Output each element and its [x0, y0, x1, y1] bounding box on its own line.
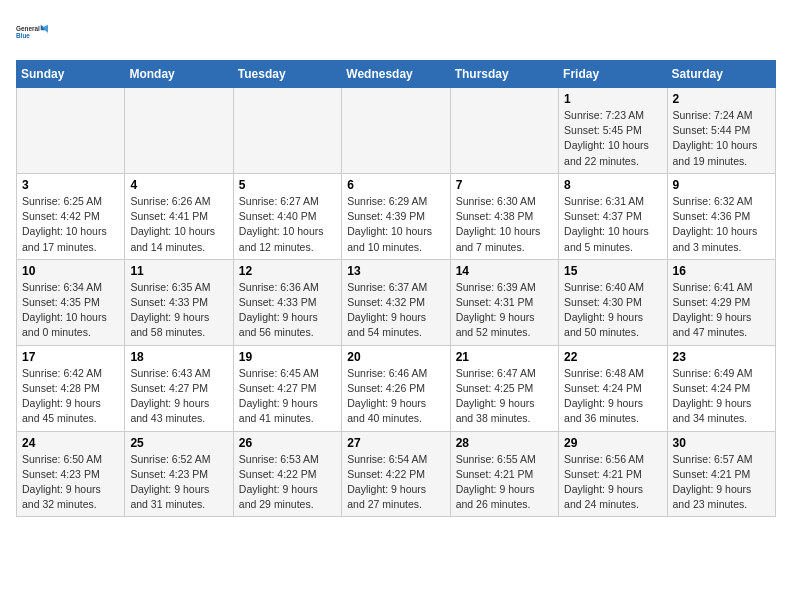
calendar-cell: 29Sunrise: 6:56 AM Sunset: 4:21 PM Dayli…	[559, 431, 667, 517]
day-info: Sunrise: 6:42 AM Sunset: 4:28 PM Dayligh…	[22, 366, 119, 427]
day-info: Sunrise: 6:30 AM Sunset: 4:38 PM Dayligh…	[456, 194, 553, 255]
calendar-cell: 6Sunrise: 6:29 AM Sunset: 4:39 PM Daylig…	[342, 173, 450, 259]
day-number: 25	[130, 436, 227, 450]
day-number: 1	[564, 92, 661, 106]
header-wednesday: Wednesday	[342, 61, 450, 88]
day-number: 20	[347, 350, 444, 364]
calendar-cell: 4Sunrise: 6:26 AM Sunset: 4:41 PM Daylig…	[125, 173, 233, 259]
day-info: Sunrise: 6:35 AM Sunset: 4:33 PM Dayligh…	[130, 280, 227, 341]
day-number: 19	[239, 350, 336, 364]
logo: GeneralBlue	[16, 16, 48, 48]
calendar-cell: 16Sunrise: 6:41 AM Sunset: 4:29 PM Dayli…	[667, 259, 775, 345]
day-info: Sunrise: 6:25 AM Sunset: 4:42 PM Dayligh…	[22, 194, 119, 255]
day-info: Sunrise: 6:56 AM Sunset: 4:21 PM Dayligh…	[564, 452, 661, 513]
day-number: 15	[564, 264, 661, 278]
calendar-cell: 15Sunrise: 6:40 AM Sunset: 4:30 PM Dayli…	[559, 259, 667, 345]
day-info: Sunrise: 6:39 AM Sunset: 4:31 PM Dayligh…	[456, 280, 553, 341]
day-number: 14	[456, 264, 553, 278]
day-number: 2	[673, 92, 770, 106]
calendar-cell: 12Sunrise: 6:36 AM Sunset: 4:33 PM Dayli…	[233, 259, 341, 345]
day-number: 12	[239, 264, 336, 278]
calendar-cell: 21Sunrise: 6:47 AM Sunset: 4:25 PM Dayli…	[450, 345, 558, 431]
day-number: 5	[239, 178, 336, 192]
day-number: 21	[456, 350, 553, 364]
week-row-3: 10Sunrise: 6:34 AM Sunset: 4:35 PM Dayli…	[17, 259, 776, 345]
day-info: Sunrise: 7:24 AM Sunset: 5:44 PM Dayligh…	[673, 108, 770, 169]
day-number: 13	[347, 264, 444, 278]
header-sunday: Sunday	[17, 61, 125, 88]
header-monday: Monday	[125, 61, 233, 88]
calendar-cell: 2Sunrise: 7:24 AM Sunset: 5:44 PM Daylig…	[667, 88, 775, 174]
svg-text:General: General	[16, 25, 40, 32]
day-info: Sunrise: 6:48 AM Sunset: 4:24 PM Dayligh…	[564, 366, 661, 427]
day-number: 6	[347, 178, 444, 192]
day-info: Sunrise: 6:45 AM Sunset: 4:27 PM Dayligh…	[239, 366, 336, 427]
header-row: SundayMondayTuesdayWednesdayThursdayFrid…	[17, 61, 776, 88]
calendar-cell: 23Sunrise: 6:49 AM Sunset: 4:24 PM Dayli…	[667, 345, 775, 431]
day-info: Sunrise: 6:50 AM Sunset: 4:23 PM Dayligh…	[22, 452, 119, 513]
calendar-cell	[17, 88, 125, 174]
day-number: 30	[673, 436, 770, 450]
calendar-body: 1Sunrise: 7:23 AM Sunset: 5:45 PM Daylig…	[17, 88, 776, 517]
calendar-cell: 13Sunrise: 6:37 AM Sunset: 4:32 PM Dayli…	[342, 259, 450, 345]
day-info: Sunrise: 6:47 AM Sunset: 4:25 PM Dayligh…	[456, 366, 553, 427]
calendar-cell: 3Sunrise: 6:25 AM Sunset: 4:42 PM Daylig…	[17, 173, 125, 259]
calendar-cell: 27Sunrise: 6:54 AM Sunset: 4:22 PM Dayli…	[342, 431, 450, 517]
calendar-cell: 26Sunrise: 6:53 AM Sunset: 4:22 PM Dayli…	[233, 431, 341, 517]
day-info: Sunrise: 6:29 AM Sunset: 4:39 PM Dayligh…	[347, 194, 444, 255]
calendar-cell: 5Sunrise: 6:27 AM Sunset: 4:40 PM Daylig…	[233, 173, 341, 259]
day-number: 4	[130, 178, 227, 192]
day-number: 23	[673, 350, 770, 364]
header-saturday: Saturday	[667, 61, 775, 88]
calendar-cell: 25Sunrise: 6:52 AM Sunset: 4:23 PM Dayli…	[125, 431, 233, 517]
day-info: Sunrise: 6:32 AM Sunset: 4:36 PM Dayligh…	[673, 194, 770, 255]
day-info: Sunrise: 6:53 AM Sunset: 4:22 PM Dayligh…	[239, 452, 336, 513]
day-number: 7	[456, 178, 553, 192]
day-info: Sunrise: 6:41 AM Sunset: 4:29 PM Dayligh…	[673, 280, 770, 341]
day-info: Sunrise: 6:49 AM Sunset: 4:24 PM Dayligh…	[673, 366, 770, 427]
calendar-cell: 28Sunrise: 6:55 AM Sunset: 4:21 PM Dayli…	[450, 431, 558, 517]
calendar-cell: 18Sunrise: 6:43 AM Sunset: 4:27 PM Dayli…	[125, 345, 233, 431]
calendar-cell: 19Sunrise: 6:45 AM Sunset: 4:27 PM Dayli…	[233, 345, 341, 431]
day-number: 22	[564, 350, 661, 364]
calendar-cell: 1Sunrise: 7:23 AM Sunset: 5:45 PM Daylig…	[559, 88, 667, 174]
day-number: 16	[673, 264, 770, 278]
day-number: 10	[22, 264, 119, 278]
calendar-cell	[450, 88, 558, 174]
day-number: 9	[673, 178, 770, 192]
calendar-cell: 17Sunrise: 6:42 AM Sunset: 4:28 PM Dayli…	[17, 345, 125, 431]
calendar-cell	[125, 88, 233, 174]
week-row-1: 1Sunrise: 7:23 AM Sunset: 5:45 PM Daylig…	[17, 88, 776, 174]
calendar-cell	[233, 88, 341, 174]
calendar-cell	[342, 88, 450, 174]
page-header: GeneralBlue	[16, 16, 776, 48]
day-info: Sunrise: 6:34 AM Sunset: 4:35 PM Dayligh…	[22, 280, 119, 341]
calendar-cell: 24Sunrise: 6:50 AM Sunset: 4:23 PM Dayli…	[17, 431, 125, 517]
day-info: Sunrise: 6:37 AM Sunset: 4:32 PM Dayligh…	[347, 280, 444, 341]
day-number: 17	[22, 350, 119, 364]
day-info: Sunrise: 6:52 AM Sunset: 4:23 PM Dayligh…	[130, 452, 227, 513]
week-row-4: 17Sunrise: 6:42 AM Sunset: 4:28 PM Dayli…	[17, 345, 776, 431]
calendar-cell: 7Sunrise: 6:30 AM Sunset: 4:38 PM Daylig…	[450, 173, 558, 259]
day-number: 24	[22, 436, 119, 450]
day-info: Sunrise: 6:36 AM Sunset: 4:33 PM Dayligh…	[239, 280, 336, 341]
day-info: Sunrise: 6:46 AM Sunset: 4:26 PM Dayligh…	[347, 366, 444, 427]
day-info: Sunrise: 6:31 AM Sunset: 4:37 PM Dayligh…	[564, 194, 661, 255]
day-info: Sunrise: 6:55 AM Sunset: 4:21 PM Dayligh…	[456, 452, 553, 513]
calendar-cell: 10Sunrise: 6:34 AM Sunset: 4:35 PM Dayli…	[17, 259, 125, 345]
calendar-cell: 11Sunrise: 6:35 AM Sunset: 4:33 PM Dayli…	[125, 259, 233, 345]
header-thursday: Thursday	[450, 61, 558, 88]
calendar-header: SundayMondayTuesdayWednesdayThursdayFrid…	[17, 61, 776, 88]
day-number: 29	[564, 436, 661, 450]
day-info: Sunrise: 6:57 AM Sunset: 4:21 PM Dayligh…	[673, 452, 770, 513]
day-number: 28	[456, 436, 553, 450]
logo-icon: GeneralBlue	[16, 16, 48, 48]
calendar-cell: 30Sunrise: 6:57 AM Sunset: 4:21 PM Dayli…	[667, 431, 775, 517]
day-number: 3	[22, 178, 119, 192]
calendar-cell: 14Sunrise: 6:39 AM Sunset: 4:31 PM Dayli…	[450, 259, 558, 345]
day-info: Sunrise: 6:26 AM Sunset: 4:41 PM Dayligh…	[130, 194, 227, 255]
day-number: 26	[239, 436, 336, 450]
header-friday: Friday	[559, 61, 667, 88]
calendar-cell: 9Sunrise: 6:32 AM Sunset: 4:36 PM Daylig…	[667, 173, 775, 259]
svg-text:Blue: Blue	[16, 32, 30, 39]
